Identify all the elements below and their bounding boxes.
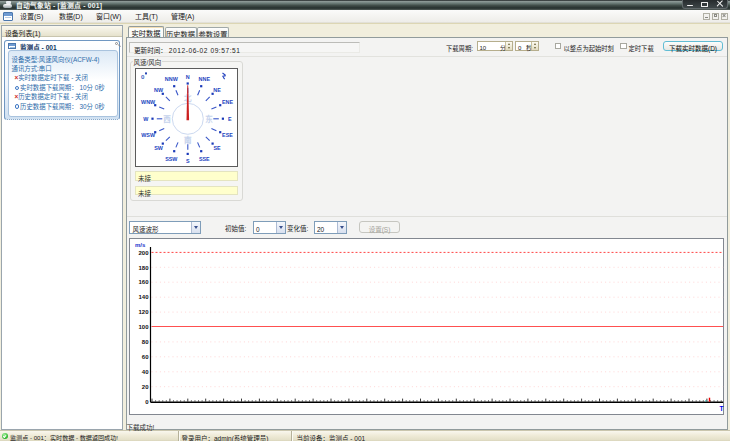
svg-text:东: 东 — [205, 112, 213, 123]
svg-text:南: 南 — [184, 133, 192, 144]
svg-text:E: E — [227, 114, 231, 122]
svg-text:60: 60 — [141, 352, 148, 361]
svg-text:100: 100 — [138, 322, 149, 331]
svg-text:W: W — [143, 114, 149, 122]
svg-text:NE: NE — [213, 85, 221, 93]
svg-text:WNW: WNW — [141, 98, 156, 106]
svg-text:SE: SE — [213, 144, 221, 152]
svg-text:SW: SW — [154, 144, 164, 152]
svg-text:ESE: ESE — [222, 131, 233, 139]
svg-text:120: 120 — [138, 307, 149, 316]
svg-text:SSW: SSW — [165, 154, 178, 162]
svg-text:NNW: NNW — [164, 75, 178, 83]
svg-text:S: S — [185, 156, 189, 164]
svg-text:40: 40 — [141, 367, 148, 376]
svg-text:140: 140 — [138, 292, 149, 301]
svg-text:NNE: NNE — [198, 75, 210, 83]
svg-text:180: 180 — [138, 262, 149, 271]
svg-text:T: T — [719, 402, 723, 412]
svg-text:WSW: WSW — [141, 131, 156, 139]
svg-text:SSE: SSE — [198, 154, 209, 162]
svg-text:0: 0 — [141, 71, 145, 80]
svg-text:西: 西 — [163, 112, 171, 123]
svg-text:ENE: ENE — [221, 98, 232, 106]
svg-text:20: 20 — [141, 381, 148, 390]
svg-text:160: 160 — [138, 277, 149, 286]
svg-text:NW: NW — [154, 85, 164, 93]
svg-text:200: 200 — [138, 247, 149, 256]
svg-text:0: 0 — [145, 396, 149, 405]
svg-text:80: 80 — [141, 337, 148, 346]
svg-text:N: N — [185, 72, 189, 80]
